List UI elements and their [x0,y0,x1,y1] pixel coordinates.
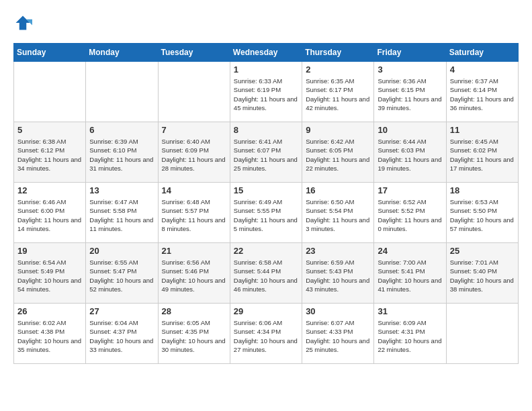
calendar-cell: 21Sunrise: 6:56 AM Sunset: 5:46 PM Dayli… [158,243,230,304]
day-number: 20 [89,246,154,256]
day-content: Sunrise: 6:55 AM Sunset: 5:47 PM Dayligh… [89,258,154,293]
calendar-cell: 2Sunrise: 6:35 AM Sunset: 6:17 PM Daylig… [302,62,374,122]
calendar-cell [14,62,86,122]
day-content: Sunrise: 6:36 AM Sunset: 6:15 PM Dayligh… [378,77,442,112]
calendar-cell: 10Sunrise: 6:44 AM Sunset: 6:03 PM Dayli… [374,122,446,183]
day-number: 8 [234,125,298,135]
day-number: 28 [162,306,226,316]
day-content: Sunrise: 6:58 AM Sunset: 5:44 PM Dayligh… [234,258,298,293]
day-content: Sunrise: 6:33 AM Sunset: 6:19 PM Dayligh… [234,77,298,112]
day-number: 13 [89,185,154,195]
day-content: Sunrise: 6:02 AM Sunset: 4:38 PM Dayligh… [17,318,82,354]
calendar-cell: 11Sunrise: 6:45 AM Sunset: 6:02 PM Dayli… [446,122,518,183]
logo [13,13,35,32]
day-number: 29 [234,306,298,316]
calendar-cell: 15Sunrise: 6:49 AM Sunset: 5:55 PM Dayli… [230,183,302,243]
calendar-cell: 5Sunrise: 6:38 AM Sunset: 6:12 PM Daylig… [14,122,86,183]
calendar-cell: 22Sunrise: 6:58 AM Sunset: 5:44 PM Dayli… [230,243,302,304]
day-content: Sunrise: 6:53 AM Sunset: 5:50 PM Dayligh… [450,197,515,233]
calendar-day-header: Wednesday [230,44,302,62]
calendar-week-row: 19Sunrise: 6:54 AM Sunset: 5:49 PM Dayli… [14,243,519,304]
calendar-day-header: Tuesday [158,44,230,62]
day-content: Sunrise: 6:50 AM Sunset: 5:54 PM Dayligh… [306,197,370,233]
day-content: Sunrise: 6:05 AM Sunset: 4:35 PM Dayligh… [162,318,226,354]
calendar-cell: 27Sunrise: 6:04 AM Sunset: 4:37 PM Dayli… [86,304,158,364]
day-number: 11 [450,125,515,135]
day-content: Sunrise: 6:47 AM Sunset: 5:58 PM Dayligh… [89,197,154,233]
day-content: Sunrise: 6:42 AM Sunset: 6:05 PM Dayligh… [306,137,370,173]
day-number: 19 [17,246,82,256]
calendar-day-header: Saturday [446,44,518,62]
calendar-cell: 14Sunrise: 6:48 AM Sunset: 5:57 PM Dayli… [158,183,230,243]
day-content: Sunrise: 7:00 AM Sunset: 5:41 PM Dayligh… [378,258,442,293]
day-number: 4 [450,64,515,75]
day-number: 26 [17,306,82,316]
calendar-cell: 3Sunrise: 6:36 AM Sunset: 6:15 PM Daylig… [374,62,446,122]
day-number: 17 [378,185,442,195]
day-number: 2 [306,64,370,75]
calendar-cell: 9Sunrise: 6:42 AM Sunset: 6:05 PM Daylig… [302,122,374,183]
calendar-day-header: Thursday [302,44,374,62]
calendar-cell [158,62,230,122]
day-number: 16 [306,185,370,195]
day-number: 1 [234,64,298,75]
day-number: 10 [378,125,442,135]
day-number: 27 [89,306,154,316]
day-content: Sunrise: 6:44 AM Sunset: 6:03 PM Dayligh… [378,137,442,173]
calendar-week-row: 26Sunrise: 6:02 AM Sunset: 4:38 PM Dayli… [14,304,519,364]
day-number: 12 [17,185,82,195]
day-number: 3 [378,64,442,75]
calendar-cell: 7Sunrise: 6:40 AM Sunset: 6:09 PM Daylig… [158,122,230,183]
day-content: Sunrise: 6:37 AM Sunset: 6:14 PM Dayligh… [450,77,515,112]
day-number: 7 [162,125,226,135]
calendar-cell: 1Sunrise: 6:33 AM Sunset: 6:19 PM Daylig… [230,62,302,122]
calendar-cell: 17Sunrise: 6:52 AM Sunset: 5:52 PM Dayli… [374,183,446,243]
logo-icon [13,13,32,32]
day-number: 15 [234,185,298,195]
day-content: Sunrise: 6:41 AM Sunset: 6:07 PM Dayligh… [234,137,298,173]
calendar-cell: 25Sunrise: 7:01 AM Sunset: 5:40 PM Dayli… [446,243,518,304]
calendar-cell: 12Sunrise: 6:46 AM Sunset: 6:00 PM Dayli… [14,183,86,243]
day-number: 14 [162,185,226,195]
day-content: Sunrise: 6:38 AM Sunset: 6:12 PM Dayligh… [17,137,82,173]
calendar-cell [446,304,518,364]
calendar-cell: 20Sunrise: 6:55 AM Sunset: 5:47 PM Dayli… [86,243,158,304]
day-content: Sunrise: 6:40 AM Sunset: 6:09 PM Dayligh… [162,137,226,173]
day-number: 5 [17,125,82,135]
day-number: 22 [234,246,298,256]
calendar-cell: 6Sunrise: 6:39 AM Sunset: 6:10 PM Daylig… [86,122,158,183]
day-content: Sunrise: 6:39 AM Sunset: 6:10 PM Dayligh… [89,137,154,173]
calendar-cell: 31Sunrise: 6:09 AM Sunset: 4:31 PM Dayli… [374,304,446,364]
day-content: Sunrise: 6:59 AM Sunset: 5:43 PM Dayligh… [306,258,370,293]
calendar-cell: 24Sunrise: 7:00 AM Sunset: 5:41 PM Dayli… [374,243,446,304]
day-content: Sunrise: 6:56 AM Sunset: 5:46 PM Dayligh… [162,258,226,293]
day-content: Sunrise: 6:48 AM Sunset: 5:57 PM Dayligh… [162,197,226,233]
calendar-cell: 16Sunrise: 6:50 AM Sunset: 5:54 PM Dayli… [302,183,374,243]
calendar-cell: 26Sunrise: 6:02 AM Sunset: 4:38 PM Dayli… [14,304,86,364]
day-number: 23 [306,246,370,256]
day-number: 24 [378,246,442,256]
calendar-table: SundayMondayTuesdayWednesdayThursdayFrid… [13,43,519,364]
calendar-cell: 23Sunrise: 6:59 AM Sunset: 5:43 PM Dayli… [302,243,374,304]
calendar-week-row: 1Sunrise: 6:33 AM Sunset: 6:19 PM Daylig… [14,62,519,122]
day-content: Sunrise: 6:35 AM Sunset: 6:17 PM Dayligh… [306,77,370,112]
calendar-day-header: Sunday [14,44,86,62]
calendar-cell: 19Sunrise: 6:54 AM Sunset: 5:49 PM Dayli… [14,243,86,304]
day-content: Sunrise: 6:09 AM Sunset: 4:31 PM Dayligh… [378,318,442,354]
day-number: 31 [378,306,442,316]
day-content: Sunrise: 6:06 AM Sunset: 4:34 PM Dayligh… [234,318,298,354]
calendar-cell: 13Sunrise: 6:47 AM Sunset: 5:58 PM Dayli… [86,183,158,243]
day-number: 9 [306,125,370,135]
day-content: Sunrise: 6:52 AM Sunset: 5:52 PM Dayligh… [378,197,442,233]
calendar-cell: 29Sunrise: 6:06 AM Sunset: 4:34 PM Dayli… [230,304,302,364]
day-content: Sunrise: 6:49 AM Sunset: 5:55 PM Dayligh… [234,197,298,233]
calendar-cell: 18Sunrise: 6:53 AM Sunset: 5:50 PM Dayli… [446,183,518,243]
day-number: 18 [450,185,515,195]
calendar-day-header: Monday [86,44,158,62]
day-number: 6 [89,125,154,135]
day-content: Sunrise: 6:07 AM Sunset: 4:33 PM Dayligh… [306,318,370,354]
calendar-cell: 8Sunrise: 6:41 AM Sunset: 6:07 PM Daylig… [230,122,302,183]
calendar-header-row: SundayMondayTuesdayWednesdayThursdayFrid… [14,44,519,62]
day-number: 21 [162,246,226,256]
calendar-cell: 28Sunrise: 6:05 AM Sunset: 4:35 PM Dayli… [158,304,230,364]
